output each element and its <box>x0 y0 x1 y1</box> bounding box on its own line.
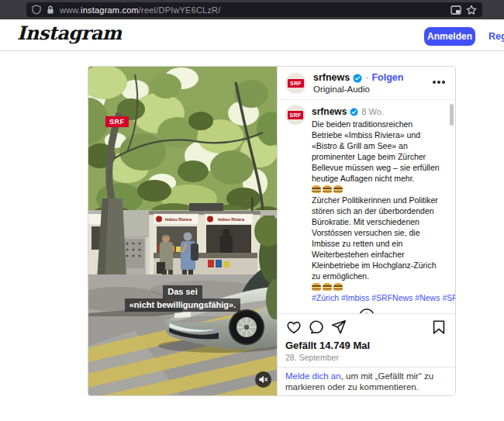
kiosk-sign-right: Imbiss Riviera <box>218 217 244 222</box>
caption-username[interactable]: srfnews <box>312 106 347 118</box>
login-button[interactable]: Anmelden <box>424 27 475 46</box>
verified-badge-icon <box>353 74 362 83</box>
caption-text: Die beiden traditionsreichen Betriebe «I… <box>312 119 441 303</box>
hamburger-emoji-row <box>312 184 441 195</box>
caption-comment: SRF srfnews 8 Wo. Die beiden trad <box>285 105 447 303</box>
browser-window: www.instagram.com/reel/DPIwYE6CLzR/ Inst… <box>0 0 504 421</box>
post-panel: SRF srfnews · Folgen Original-Audio <box>277 67 455 395</box>
post-footer: Gefällt 14.749 Mal 28. September <box>278 313 455 367</box>
hashtag-link[interactable]: #SRFNews <box>371 293 413 302</box>
url-prefix: www. <box>60 5 81 15</box>
reel-post-card: Imbiss Riviera Imbiss Riviera <box>88 66 456 396</box>
url-path: /reel/DPIwYE6CLzR/ <box>139 5 221 15</box>
dot-separator: · <box>365 72 368 84</box>
instagram-logo[interactable]: Instagram <box>17 22 122 44</box>
like-button[interactable] <box>285 319 302 336</box>
hamburger-emoji-row <box>312 281 441 292</box>
lock-icon <box>46 5 55 15</box>
srf-avatar-logo: SRF <box>288 79 304 88</box>
subtitle-line-1: Das sei <box>163 285 202 298</box>
instagram-header: Instagram Anmelden Reg <box>0 19 504 51</box>
scrollbar-thumb[interactable] <box>450 104 454 126</box>
mute-button[interactable] <box>255 371 271 388</box>
original-audio-link[interactable]: Original-Audio <box>313 85 447 94</box>
comment-button[interactable] <box>308 319 325 336</box>
hashtag-link[interactable]: #SRF <box>442 293 455 302</box>
browser-toolbar: www.instagram.com/reel/DPIwYE6CLzR/ <box>0 0 504 19</box>
subtitle-line-2: «nicht bewilligungsfähig». <box>125 298 241 312</box>
caption-paragraph-1: Die beiden traditionsreichen Betriebe «I… <box>312 119 440 183</box>
heart-icon <box>285 319 302 336</box>
plus-circle-icon <box>358 308 375 313</box>
srf-avatar-logo: SRF <box>288 111 304 119</box>
username-link[interactable]: srfnews <box>313 72 350 84</box>
share-button[interactable] <box>330 319 347 336</box>
paper-plane-icon <box>330 319 347 336</box>
url-bar[interactable]: www.instagram.com/reel/DPIwYE6CLzR/ <box>26 2 482 17</box>
url-text: www.instagram.com/reel/DPIwYE6CLzR/ <box>60 5 446 15</box>
bookmark-star-icon[interactable] <box>466 5 477 16</box>
caption-paragraph-2: Zürcher Politikerinnen und Politiker stö… <box>312 195 438 281</box>
caption-timestamp: 8 Wo. <box>361 106 384 118</box>
url-domain: instagram.com <box>81 5 139 15</box>
hashtag-link[interactable]: #News <box>415 293 440 302</box>
save-button[interactable] <box>430 319 447 336</box>
hashtag-link[interactable]: #Imbiss <box>341 293 369 302</box>
register-link[interactable]: Reg <box>488 31 504 42</box>
srf-logo-watermark: SRF <box>105 116 129 127</box>
muted-speaker-icon <box>258 374 268 385</box>
login-link[interactable]: Melde dich an <box>285 371 341 381</box>
video-subtitles: Das sei «nicht bewilligungsfähig». <box>88 285 277 312</box>
follow-button[interactable]: Folgen <box>371 72 403 84</box>
bookmark-icon <box>430 319 447 336</box>
picture-in-picture-icon[interactable] <box>450 5 461 15</box>
caption-hashtags: #Zürich#Imbiss#SRFNews#News#SRF <box>312 292 441 303</box>
srfnews-avatar[interactable]: SRF <box>285 105 306 125</box>
comment-bubble-icon <box>308 319 325 336</box>
post-header: SRF srfnews · Folgen Original-Audio <box>278 67 455 100</box>
shield-icon[interactable] <box>32 5 41 15</box>
hashtag-link[interactable]: #Zürich <box>312 293 339 302</box>
likes-count[interactable]: Gefällt 14.749 Mal <box>285 340 447 351</box>
reel-video[interactable]: Imbiss Riviera Imbiss Riviera <box>88 67 277 395</box>
verified-badge-icon <box>350 108 358 116</box>
post-date: 28. September <box>285 353 447 362</box>
kiosk-sign-left: Imbiss Riviera <box>165 217 192 222</box>
more-options-icon[interactable] <box>432 80 446 85</box>
comments-section[interactable]: SRF srfnews 8 Wo. Die beiden trad <box>278 100 455 313</box>
srfnews-avatar[interactable]: SRF <box>285 73 306 94</box>
load-more-comments-button[interactable] <box>285 308 447 313</box>
login-prompt: Melde dich an, um mit „Gefällt mir“ zu m… <box>278 367 455 395</box>
